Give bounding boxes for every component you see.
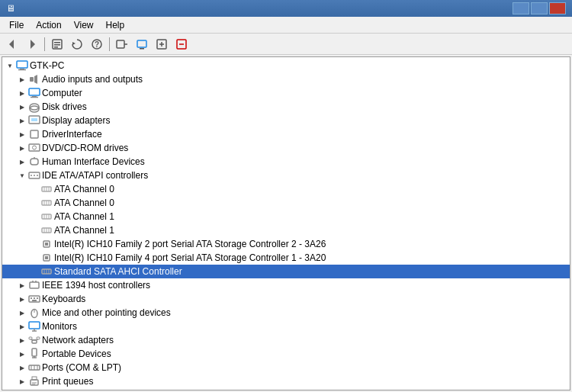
- svg-point-37: [31, 175, 32, 176]
- tree-item-ide[interactable]: IDE ATA/ATAPI controllers: [2, 169, 570, 182]
- tree-item-ich10b[interactable]: Intel(R) ICH10 Family 4 port Serial ATA …: [2, 251, 570, 265]
- tree-item-driverinterface[interactable]: DriverInterface: [2, 127, 570, 141]
- icon-ports: [28, 361, 40, 374]
- svg-marker-0: [9, 40, 14, 49]
- svg-marker-1: [31, 40, 35, 49]
- icon-ata1: [40, 210, 53, 223]
- tree-item-hid[interactable]: Human Interface Devices: [2, 155, 570, 169]
- svg-rect-32: [29, 144, 40, 151]
- toolbar-device-manager[interactable]: [133, 36, 151, 53]
- tree-item-ata1b[interactable]: ATA Channel 1: [2, 223, 570, 237]
- tree-item-ieee[interactable]: IEEE 1394 host controllers: [2, 278, 570, 292]
- tree-item-keyboards[interactable]: Keyboards: [2, 292, 570, 306]
- label-disk: Disk drives: [42, 101, 567, 112]
- tree-item-ata1[interactable]: ATA Channel 1: [2, 210, 570, 223]
- tree-item-ata0[interactable]: ATA Channel 0: [2, 182, 570, 196]
- tree-item-gtk-pc[interactable]: GTK-PC: [2, 59, 570, 72]
- expander-network[interactable]: [16, 334, 28, 346]
- expander-driverinterface[interactable]: [16, 128, 28, 140]
- expander-monitors[interactable]: [16, 320, 28, 333]
- tree-item-computer[interactable]: Computer: [2, 86, 570, 100]
- toolbar-scan[interactable]: [113, 36, 131, 53]
- icon-print: [28, 375, 40, 387]
- tree-item-ich10a[interactable]: Intel(R) ICH10 Family 2 port Serial ATA …: [2, 237, 570, 251]
- tree-item-print[interactable]: Print queues: [2, 374, 570, 388]
- toolbar-back[interactable]: [3, 36, 21, 53]
- tree-item-display[interactable]: Display adapters: [2, 114, 570, 127]
- expander-gtk-pc[interactable]: [4, 59, 16, 72]
- expander-display[interactable]: [16, 114, 28, 127]
- expander-hid[interactable]: [16, 156, 28, 168]
- tree-item-mice[interactable]: Mice and other pointing devices: [2, 306, 570, 320]
- toolbar-help[interactable]: ?: [88, 36, 106, 53]
- toolbar-update[interactable]: [68, 36, 86, 53]
- icon-driverinterface: [28, 128, 40, 140]
- svg-rect-69: [34, 297, 35, 299]
- title-bar: 🖥: [0, 0, 572, 17]
- tree-item-processors[interactable]: Processors: [2, 388, 570, 390]
- tree-item-audio[interactable]: Audio inputs and outputs: [2, 72, 570, 86]
- svg-rect-22: [29, 88, 40, 95]
- tree-item-ata0b[interactable]: ATA Channel 0: [2, 196, 570, 210]
- label-print: Print queues: [42, 376, 567, 387]
- device-tree[interactable]: GTK-PC Audio inputs and outputs Computer…: [2, 56, 570, 390]
- tree-item-monitors[interactable]: Monitors: [2, 320, 570, 333]
- menu-action[interactable]: Action: [30, 18, 67, 32]
- expander-processors[interactable]: [16, 389, 28, 390]
- expander-mice[interactable]: [16, 307, 28, 319]
- label-computer: Computer: [42, 88, 567, 98]
- expander-keyboards[interactable]: [16, 293, 28, 305]
- svg-rect-59: [45, 256, 48, 259]
- svg-rect-21: [30, 77, 34, 82]
- svg-rect-64: [30, 282, 39, 288]
- expander-ports[interactable]: [16, 361, 28, 374]
- icon-display: [28, 114, 40, 127]
- svg-rect-30: [31, 118, 37, 121]
- menu-file[interactable]: File: [3, 18, 30, 32]
- svg-point-39: [37, 175, 38, 176]
- expander-computer[interactable]: [16, 87, 28, 99]
- toolbar-remove[interactable]: [172, 36, 191, 53]
- toolbar-sep1: [44, 37, 45, 51]
- icon-audio: [28, 73, 40, 85]
- expander-ieee[interactable]: [16, 279, 28, 291]
- tree-item-dvd[interactable]: DVD/CD-ROM drives: [2, 141, 570, 155]
- expander-portable[interactable]: [16, 348, 28, 360]
- icon-disk: [28, 101, 40, 113]
- svg-line-82: [34, 339, 38, 340]
- menu-view[interactable]: View: [68, 18, 100, 32]
- icon-dvd: [28, 142, 40, 154]
- expander-print[interactable]: [16, 375, 28, 387]
- icon-keyboards: [28, 293, 40, 305]
- expander-ide[interactable]: [16, 169, 28, 182]
- icon-gtk-pc: [16, 59, 28, 72]
- label-ata1b: ATA Channel 1: [54, 225, 567, 236]
- expander-disk[interactable]: [16, 101, 28, 113]
- tree-item-ports[interactable]: Ports (COM & LPT): [2, 361, 570, 374]
- minimize-button[interactable]: [513, 2, 529, 14]
- icon-ahci: [40, 265, 53, 278]
- maximize-button[interactable]: [531, 2, 548, 14]
- tree-item-disk[interactable]: Disk drives: [2, 100, 570, 114]
- svg-rect-9: [117, 40, 124, 48]
- svg-rect-78: [29, 337, 32, 339]
- toolbar-sep2: [109, 37, 110, 51]
- expander-dvd[interactable]: [16, 142, 28, 154]
- menu-help[interactable]: Help: [100, 18, 131, 32]
- toolbar-add[interactable]: [153, 36, 171, 53]
- svg-rect-3: [54, 42, 60, 43]
- label-ieee: IEEE 1394 host controllers: [42, 280, 567, 291]
- toolbar-properties[interactable]: [48, 36, 66, 53]
- icon-ata1b: [40, 224, 53, 236]
- icon-ata0b: [40, 197, 53, 209]
- tree-item-portable[interactable]: Portable Devices: [2, 347, 570, 361]
- toolbar-forward[interactable]: [23, 36, 41, 53]
- svg-line-81: [31, 339, 34, 340]
- tree-item-ahci[interactable]: Standard SATA AHCI Controller: [2, 265, 570, 278]
- tree-item-network[interactable]: Network adapters: [2, 333, 570, 347]
- icon-ide: [28, 169, 40, 182]
- svg-rect-77: [32, 340, 37, 343]
- expander-audio[interactable]: [16, 73, 28, 85]
- icon-ieee: [28, 279, 40, 291]
- close-button[interactable]: [549, 2, 566, 14]
